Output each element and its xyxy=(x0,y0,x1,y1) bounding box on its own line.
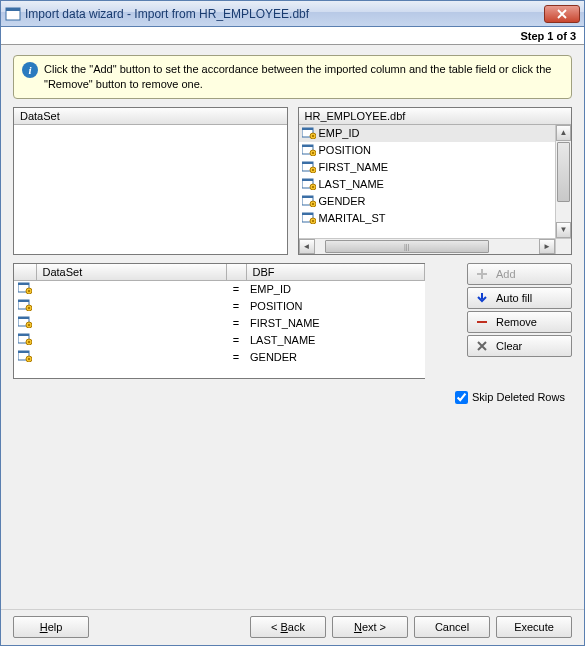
equals-sign: = xyxy=(226,349,246,366)
mapping-row-item[interactable]: =POSITION xyxy=(14,298,425,315)
svg-rect-37 xyxy=(28,324,30,326)
spacer xyxy=(13,412,572,599)
equals-sign: = xyxy=(226,315,246,332)
horizontal-scrollbar[interactable]: ◄ ||| ► xyxy=(299,238,556,254)
scroll-right-button[interactable]: ► xyxy=(539,239,555,254)
horizontal-scroll-track[interactable]: ||| xyxy=(315,239,540,254)
dbf-column-name: LAST_NAME xyxy=(319,178,384,190)
dbf-column-name: MARITAL_ST xyxy=(319,212,386,224)
svg-rect-35 xyxy=(18,317,29,319)
mapping-row-item[interactable]: =GENDER xyxy=(14,349,425,366)
cancel-button[interactable]: Cancel xyxy=(414,616,490,638)
mapping-dbf-cell: POSITION xyxy=(246,298,425,315)
button-bar: Help < Back Next > Cancel Execute xyxy=(1,609,584,645)
dbf-column-item[interactable]: LAST_NAME xyxy=(299,176,556,193)
svg-rect-45 xyxy=(28,358,30,360)
svg-rect-5 xyxy=(312,135,314,137)
dbf-column-item[interactable]: POSITION xyxy=(299,142,556,159)
dataset-panel-body[interactable] xyxy=(14,125,287,254)
svg-rect-33 xyxy=(28,307,30,309)
skip-deleted-row: Skip Deleted Rows xyxy=(455,391,572,404)
svg-rect-46 xyxy=(477,321,487,323)
svg-rect-39 xyxy=(18,334,29,336)
svg-rect-25 xyxy=(312,220,314,222)
mapping-row-item[interactable]: =LAST_NAME xyxy=(14,332,425,349)
field-icon xyxy=(18,350,32,362)
mapping-dataset-cell xyxy=(36,298,226,315)
wizard-window: Import data wizard - Import from HR_EMPL… xyxy=(0,0,585,646)
back-button[interactable]: < Back xyxy=(250,616,326,638)
remove-button[interactable]: Remove xyxy=(467,311,572,333)
field-icon xyxy=(302,144,316,156)
mapping-dataset-cell xyxy=(36,332,226,349)
scroll-left-button[interactable]: ◄ xyxy=(299,239,315,254)
field-icon xyxy=(302,161,316,173)
execute-button[interactable]: Execute xyxy=(496,616,572,638)
dbf-panel-header: HR_EMPLOYEE.dbf xyxy=(299,108,572,125)
vertical-scrollbar[interactable]: ▲ ▼ xyxy=(555,125,571,238)
svg-rect-21 xyxy=(312,203,314,205)
mapping-dbf-cell: FIRST_NAME xyxy=(246,315,425,332)
add-button[interactable]: Add xyxy=(467,263,572,285)
svg-rect-15 xyxy=(302,179,313,181)
horizontal-scroll-thumb[interactable]: ||| xyxy=(325,240,490,253)
mapping-row: DataSet DBF =EMP_ID=POSITION=FIRST_NAME=… xyxy=(13,263,572,379)
equals-sign: = xyxy=(226,281,246,298)
app-icon xyxy=(5,6,21,22)
scroll-corner xyxy=(555,238,571,254)
autofill-button[interactable]: Auto fill xyxy=(467,287,572,309)
close-icon xyxy=(557,9,567,19)
info-icon: i xyxy=(22,62,38,78)
mapping-header-dbf[interactable]: DBF xyxy=(246,264,425,281)
action-buttons: Add Auto fill Remove Clear xyxy=(467,263,572,379)
skip-deleted-label[interactable]: Skip Deleted Rows xyxy=(472,391,565,403)
svg-rect-13 xyxy=(312,169,314,171)
info-text: Click the "Add" button to set the accord… xyxy=(44,62,563,92)
help-button[interactable]: Help xyxy=(13,616,89,638)
vertical-scroll-thumb[interactable] xyxy=(557,142,570,202)
svg-rect-3 xyxy=(302,128,313,130)
scroll-down-button[interactable]: ▼ xyxy=(556,222,571,238)
svg-rect-17 xyxy=(312,186,314,188)
field-icon xyxy=(302,178,316,190)
svg-rect-31 xyxy=(18,300,29,302)
dbf-column-item[interactable]: GENDER xyxy=(299,193,556,210)
field-icon xyxy=(302,195,316,207)
mapping-dataset-cell xyxy=(36,315,226,332)
step-label: Step 1 of 3 xyxy=(1,27,584,45)
dbf-column-list[interactable]: EMP_IDPOSITIONFIRST_NAMELAST_NAMEGENDERM… xyxy=(299,125,556,238)
dbf-column-item[interactable]: MARITAL_ST xyxy=(299,210,556,227)
skip-deleted-checkbox[interactable] xyxy=(455,391,468,404)
svg-rect-29 xyxy=(28,290,30,292)
mapping-row-item[interactable]: =EMP_ID xyxy=(14,281,425,298)
scroll-up-button[interactable]: ▲ xyxy=(556,125,571,141)
svg-rect-9 xyxy=(312,152,314,154)
mapping-dbf-cell: GENDER xyxy=(246,349,425,366)
mapping-dbf-cell: LAST_NAME xyxy=(246,332,425,349)
clear-button[interactable]: Clear xyxy=(467,335,572,357)
field-icon xyxy=(18,282,32,294)
dbf-column-item[interactable]: FIRST_NAME xyxy=(299,159,556,176)
svg-rect-27 xyxy=(18,283,29,285)
next-button[interactable]: Next > xyxy=(332,616,408,638)
dataset-panel-header: DataSet xyxy=(14,108,287,125)
dbf-column-name: FIRST_NAME xyxy=(319,161,389,173)
content: i Click the "Add" button to set the acco… xyxy=(1,45,584,609)
svg-rect-19 xyxy=(302,196,313,198)
panels-row: DataSet HR_EMPLOYEE.dbf EMP_IDPOSITIONFI… xyxy=(13,107,572,255)
equals-sign: = xyxy=(226,298,246,315)
add-button-label: Add xyxy=(496,268,516,280)
svg-rect-1 xyxy=(6,8,20,11)
mapping-row-item[interactable]: =FIRST_NAME xyxy=(14,315,425,332)
arrow-down-icon xyxy=(476,292,488,304)
info-banner: i Click the "Add" button to set the acco… xyxy=(13,55,572,99)
minus-icon xyxy=(476,316,488,328)
dbf-column-name: EMP_ID xyxy=(319,127,360,139)
equals-sign: = xyxy=(226,332,246,349)
close-button[interactable] xyxy=(544,5,580,23)
window-title: Import data wizard - Import from HR_EMPL… xyxy=(25,7,544,21)
mapping-table[interactable]: DataSet DBF =EMP_ID=POSITION=FIRST_NAME=… xyxy=(13,263,425,379)
mapping-header-dataset[interactable]: DataSet xyxy=(36,264,226,281)
dbf-column-item[interactable]: EMP_ID xyxy=(299,125,556,142)
field-icon xyxy=(18,299,32,311)
